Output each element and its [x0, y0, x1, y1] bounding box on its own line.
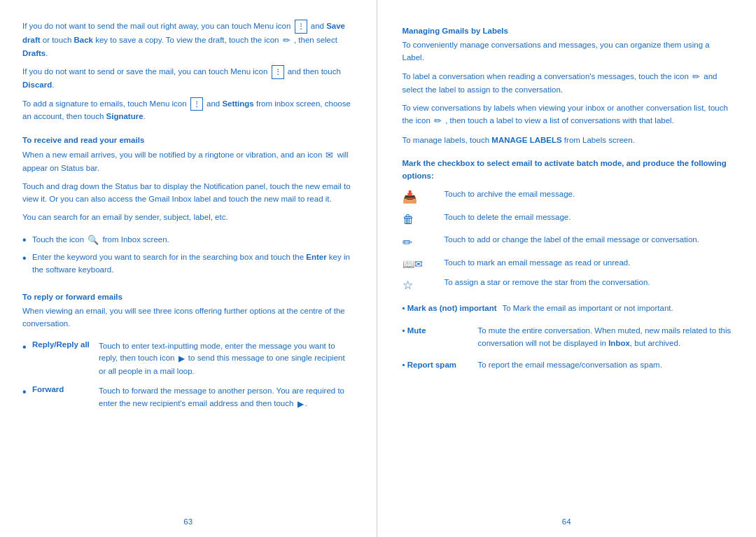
- action-archive-text: Touch to archive the email message.: [444, 188, 734, 201]
- action-delete: 🗑 Touch to delete the email message.: [402, 211, 734, 227]
- mute-label-col: • Mute: [402, 325, 472, 335]
- action-archive: 📥 Touch to archive the email message.: [402, 188, 734, 204]
- action-mute-text: To mute the entire conversation. When mu…: [472, 325, 734, 350]
- action-spam-text: To report the email message/conversation…: [472, 359, 734, 372]
- forward-row: Forward Touch to forward the message to …: [32, 385, 354, 410]
- term-forward: • Forward Touch to forward the message t…: [22, 385, 354, 410]
- label-icon-2: ✏: [434, 114, 442, 128]
- menu-icon-3: ⋮: [190, 97, 203, 111]
- action-important-text: To Mark the email as important or not im…: [497, 302, 734, 315]
- unread-icon: ✉: [414, 258, 423, 270]
- bullet-search-keyword: • Enter the keyword you want to search f…: [22, 251, 354, 277]
- mute-label: • Mute: [402, 326, 426, 335]
- para-draft: If you do not want to send the mail out …: [22, 20, 354, 60]
- reply-row: Reply/Reply all Touch to enter text-inpu…: [32, 340, 354, 378]
- bullet-dot-forward: •: [22, 385, 32, 400]
- send-icon-2: ▶: [298, 398, 304, 411]
- email-icon: ✉: [326, 148, 333, 162]
- para-label-conversation: To label a conversation when reading a c…: [402, 70, 734, 97]
- bullet-text-1: Touch the icon 🔍 from Inbox screen.: [32, 233, 169, 247]
- page-left: If you do not want to send the mail out …: [0, 0, 377, 537]
- spam-label-col: • Report spam: [402, 359, 472, 369]
- read-unread-icon-col: 📖 ✉: [402, 257, 444, 270]
- star-icon: ☆: [402, 278, 413, 293]
- para-signature: To add a signature to emails, touch Menu…: [22, 97, 354, 123]
- action-spam: • Report spam To report the email messag…: [402, 359, 734, 372]
- section-heading-labels: Managing Gmails by Labels: [402, 27, 734, 35]
- batch-mode-heading: Mark the checkbox to select email to act…: [402, 158, 734, 183]
- archive-icon-col: 📥: [402, 188, 444, 204]
- read-icon: 📖: [402, 258, 414, 270]
- bullet-dot-2: •: [22, 251, 32, 266]
- para-view-labels: To view conversations by labels when vie…: [402, 102, 734, 129]
- label-change-icon: ✏: [402, 235, 412, 250]
- forward-label: Forward: [32, 385, 99, 410]
- action-mute: • Mute To mute the entire conversation. …: [402, 325, 734, 350]
- forward-desc: Touch to forward the message to another …: [99, 385, 354, 410]
- reply-terms: • Reply/Reply all Touch to enter text-in…: [22, 340, 354, 414]
- star-icon-col: ☆: [402, 277, 444, 293]
- action-label-text: Touch to add or change the label of the …: [444, 234, 734, 246]
- search-icon: 🔍: [88, 233, 99, 247]
- delete-icon-col: 🗑: [402, 211, 444, 227]
- menu-icon: ⋮: [295, 20, 307, 34]
- action-star: ☆ To assign a star or remove the star fr…: [402, 277, 734, 293]
- action-delete-text: Touch to delete the email message.: [444, 211, 734, 224]
- delete-icon: 🗑: [402, 213, 414, 227]
- page-right: Managing Gmails by Labels To convenientl…: [377, 0, 757, 537]
- archive-icon: 📥: [402, 190, 417, 204]
- bullet-text-2: Enter the keyword you want to search for…: [32, 251, 354, 277]
- reply-label: Reply/Reply all: [32, 340, 99, 378]
- important-label: • Mark as (not) important: [402, 304, 497, 312]
- action-important: • Mark as (not) important To Mark the em…: [402, 302, 734, 315]
- action-read-unread-text: Touch to mark an email message as read o…: [444, 257, 734, 270]
- page-number-right: 64: [562, 517, 571, 526]
- important-label-col: • Mark as (not) important: [402, 302, 497, 312]
- menu-icon-2: ⋮: [272, 65, 284, 79]
- para-search-intro: You can search for an email by sender, s…: [22, 211, 354, 224]
- action-label: ✏ Touch to add or change the label of th…: [402, 234, 734, 250]
- action-star-text: To assign a star or remove the star from…: [444, 277, 734, 289]
- term-reply: • Reply/Reply all Touch to enter text-in…: [22, 340, 354, 378]
- bullet-dot-reply: •: [22, 340, 32, 355]
- reply-desc: Touch to enter text-inputting mode, ente…: [99, 340, 354, 378]
- pencil-icon: ✏: [283, 34, 290, 48]
- spam-label: • Report spam: [402, 361, 457, 369]
- para-manage-labels: To manage labels, touch MANAGE LABELS fr…: [402, 134, 734, 147]
- search-bullets: • Touch the icon 🔍 from Inbox screen. • …: [22, 233, 354, 279]
- para-reply-intro: When viewing an email, you will see thre…: [22, 305, 354, 330]
- action-read-unread: 📖 ✉ Touch to mark an email message as re…: [402, 257, 734, 270]
- para-labels-intro: To conveniently manage conversations and…: [402, 39, 734, 64]
- bullet-search-icon: • Touch the icon 🔍 from Inbox screen.: [22, 233, 354, 248]
- send-icon: ▶: [178, 352, 185, 365]
- para-notification: When a new email arrives, you will be no…: [22, 148, 354, 175]
- section-heading-receive: To receive and read your emails: [22, 136, 354, 144]
- label-change-icon-col: ✏: [402, 234, 444, 250]
- label-icon: ✏: [692, 70, 700, 84]
- bullet-dot-1: •: [22, 233, 32, 248]
- para-statusbar: Touch and drag down the Status bar to di…: [22, 181, 354, 206]
- section-heading-reply: To reply or forward emails: [22, 293, 354, 301]
- page-number-left: 63: [183, 517, 192, 526]
- para-discard: If you do not want to send or save the m…: [22, 65, 354, 91]
